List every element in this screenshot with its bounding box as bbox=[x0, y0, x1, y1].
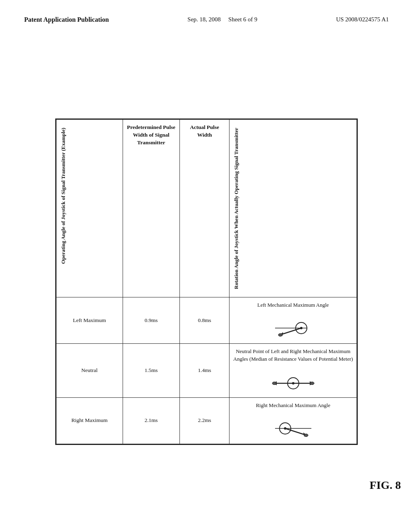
joystick-diagram-left bbox=[267, 311, 319, 339]
cell-angle-3: Right Maximum bbox=[56, 397, 123, 444]
joystick-diagram-right bbox=[267, 411, 319, 440]
joystick-diagram-neutral bbox=[267, 365, 319, 393]
diagram-label-2: Neutral Point of Left and Right Mechanic… bbox=[233, 348, 353, 362]
svg-point-14 bbox=[310, 382, 314, 384]
cell-predetermined-1: 0.9ms bbox=[123, 297, 179, 344]
header-rotation: Rotation Angle of Joystick When Actually… bbox=[229, 120, 357, 297]
svg-point-5 bbox=[278, 334, 282, 337]
publication-title: Patent Application Publication bbox=[24, 16, 109, 23]
diagram-label-1: Left Mechanical Maximum Angle bbox=[257, 301, 329, 309]
table-header-row: Operating Angle of Joystick of Signal Tr… bbox=[56, 120, 357, 297]
diagram-left-max: Left Mechanical Maximum Angle bbox=[233, 301, 353, 339]
header-predetermined: Predetermined Pulse Width of Signal Tran… bbox=[123, 120, 179, 297]
cell-rotation-3: Right Mechanical Maximum Angle bbox=[229, 397, 357, 444]
content-area: Operating Angle of Joystick of Signal Tr… bbox=[24, 39, 389, 516]
cell-actual-3: 2.2ms bbox=[179, 397, 229, 444]
cell-rotation-1: Left Mechanical Maximum Angle bbox=[229, 297, 357, 344]
svg-point-20 bbox=[304, 434, 308, 436]
table-row: Neutral 1.5ms 1.4ms Neutral Point of Lef… bbox=[56, 344, 357, 397]
header-actual: Actual Pulse Width bbox=[179, 120, 229, 297]
cell-predetermined-2: 1.5ms bbox=[123, 344, 179, 397]
cell-actual-1: 0.8ms bbox=[179, 297, 229, 344]
cell-angle-1: Left Maximum bbox=[56, 297, 123, 344]
date-sheet: Sep. 18, 2008 Sheet 6 of 9 bbox=[188, 16, 257, 23]
data-table: Operating Angle of Joystick of Signal Tr… bbox=[56, 119, 357, 444]
diagram-right-max: Right Mechanical Maximum Angle bbox=[233, 402, 353, 440]
page-header: Patent Application Publication Sep. 18, … bbox=[24, 16, 389, 23]
svg-line-17 bbox=[285, 428, 305, 435]
cell-actual-2: 1.4ms bbox=[179, 344, 229, 397]
table-row: Right Maximum 2.1ms 2.2ms Right Mechanic… bbox=[56, 397, 357, 444]
svg-point-13 bbox=[272, 382, 276, 384]
diagram-label-3: Right Mechanical Maximum Angle bbox=[256, 402, 330, 409]
cell-predetermined-3: 2.1ms bbox=[123, 397, 179, 444]
cell-rotation-2: Neutral Point of Left and Right Mechanic… bbox=[229, 344, 357, 397]
patent-number: US 2008/0224575 A1 bbox=[336, 16, 389, 23]
table-row: Left Maximum 0.9ms 0.8ms Left Mechanical… bbox=[56, 297, 357, 344]
svg-line-2 bbox=[281, 328, 301, 335]
figure-label: FIG. 8 bbox=[369, 479, 401, 492]
sheet-number: Sheet 6 of 9 bbox=[228, 16, 257, 23]
figure-table: Operating Angle of Joystick of Signal Tr… bbox=[55, 118, 358, 445]
page: Patent Application Publication Sep. 18, … bbox=[0, 0, 413, 532]
diagram-neutral: Neutral Point of Left and Right Mechanic… bbox=[233, 348, 353, 393]
header-angle: Operating Angle of Joystick of Signal Tr… bbox=[56, 120, 123, 297]
publication-date: Sep. 18, 2008 bbox=[188, 16, 221, 23]
cell-angle-2: Neutral bbox=[56, 344, 123, 397]
